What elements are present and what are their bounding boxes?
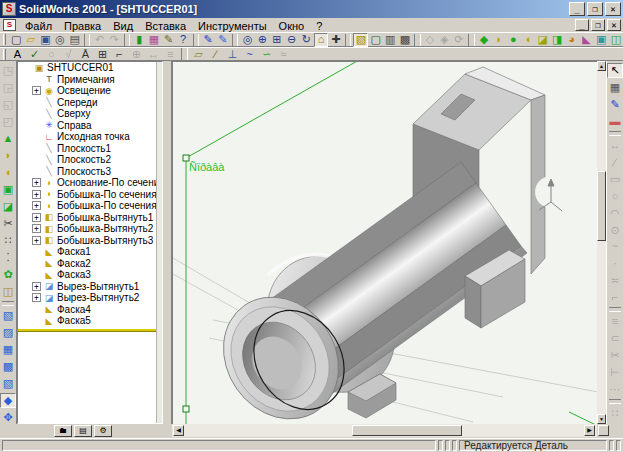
expand-icon[interactable]: +: [32, 236, 41, 245]
expand-icon[interactable]: +: [32, 178, 41, 187]
boss-feature-icon[interactable]: ▣: [0, 182, 16, 197]
expand-icon[interactable]: +: [32, 213, 41, 222]
print-icon[interactable]: ▤: [67, 33, 82, 47]
menu-file[interactable]: Файл: [19, 19, 58, 32]
scroll-left-icon[interactable]: ◀: [173, 425, 184, 436]
previous-view-icon[interactable]: ⌂: [314, 33, 329, 47]
property-manager-tab[interactable]: ▤: [74, 425, 92, 437]
zoom-fit-icon[interactable]: ◎: [240, 33, 255, 47]
new-icon[interactable]: ▢: [9, 33, 24, 47]
hidden-lines-removed-icon[interactable]: ▢: [368, 33, 383, 47]
zoom-out-icon[interactable]: ⊖: [284, 33, 299, 47]
graphics-viewport[interactable]: Ñïðàâà: [172, 61, 597, 424]
menu-window[interactable]: Окно: [273, 19, 311, 32]
tree-item[interactable]: +◪Вырез-Вытянуть2: [18, 292, 162, 304]
expand-icon[interactable]: +: [32, 282, 41, 291]
point-pattern-icon[interactable]: ⁚: [0, 250, 16, 265]
tree-item[interactable]: ╲Спереди: [18, 97, 162, 109]
tree-item[interactable]: +◪Вырез-Вытянуть1: [18, 281, 162, 293]
tree-item[interactable]: ◣Фаска3: [18, 269, 162, 281]
spelling-icon[interactable]: ✓: [26, 47, 43, 61]
axis-ref-icon[interactable]: ∕: [207, 47, 224, 61]
view-normal-icon[interactable]: ✥: [0, 410, 16, 425]
expand-icon[interactable]: +: [32, 86, 41, 95]
minimize-button[interactable]: _: [569, 2, 585, 16]
note-icon[interactable]: A: [9, 47, 26, 61]
lofted-boss-icon[interactable]: ◖: [521, 33, 536, 47]
extruded-cut-icon[interactable]: ◪: [535, 33, 550, 47]
mirror-feature-icon[interactable]: ◫: [609, 33, 623, 47]
expand-icon[interactable]: +: [32, 224, 41, 233]
helix-icon[interactable]: ∽: [258, 47, 275, 61]
geometric-tolerance-icon[interactable]: ⊞: [94, 47, 111, 61]
tree-item[interactable]: +◉Освещение: [18, 85, 162, 97]
weld-symbol-icon[interactable]: ⌐: [111, 47, 128, 61]
rotate-view-icon[interactable]: ↻: [299, 33, 314, 47]
doc-close-button[interactable]: ✕: [607, 19, 621, 31]
panel-splitter[interactable]: [163, 61, 172, 424]
tree-item[interactable]: ТПримечания: [18, 74, 162, 86]
tree-item[interactable]: ╲Плоскость2: [18, 154, 162, 166]
view-left-icon[interactable]: ▦: [0, 342, 16, 357]
menu-view[interactable]: Вид: [107, 19, 139, 32]
rollback-bar[interactable]: [18, 329, 162, 332]
menu-help[interactable]: ?: [310, 19, 328, 32]
fillet-icon[interactable]: ◕: [565, 33, 580, 47]
tree-item[interactable]: +◧Бобышка-Вытянуть2: [18, 223, 162, 235]
tree-item[interactable]: ◣Фаска2: [18, 258, 162, 270]
pan-icon[interactable]: ✚: [328, 33, 343, 47]
configuration-manager-tab[interactable]: ⚙: [94, 425, 112, 437]
view-top-icon[interactable]: ▧: [0, 376, 16, 391]
menu-edit[interactable]: Правка: [58, 19, 107, 32]
hidden-in-gray-icon[interactable]: ▥: [383, 33, 398, 47]
grid-icon[interactable]: ▦: [607, 80, 623, 95]
print-preview-icon[interactable]: ◎: [53, 33, 68, 47]
cut-feature-icon[interactable]: ◪: [0, 199, 16, 214]
datum-feature-icon[interactable]: Ā: [77, 47, 94, 61]
tree-item[interactable]: ╲Плоскость1: [18, 143, 162, 155]
doc-restore-button[interactable]: ❐: [591, 19, 605, 31]
circular-pattern-icon[interactable]: ✿: [0, 267, 16, 282]
menu-insert[interactable]: Вставка: [139, 19, 192, 32]
selection-filter-icon[interactable]: ▮: [132, 33, 147, 47]
tree-item[interactable]: +◧Бобышка-Вытянуть1: [18, 212, 162, 224]
tree-item[interactable]: +◗Основание-По сечениям: [18, 177, 162, 189]
viewport-hscrollbar[interactable]: ◀ ▶: [172, 424, 597, 437]
eraser-icon[interactable]: ▬: [607, 114, 623, 129]
view-isometric-icon[interactable]: ◆: [0, 393, 16, 408]
view-right-icon[interactable]: ▩: [0, 359, 16, 374]
doc-minimize-button[interactable]: _: [575, 19, 589, 31]
restore-button[interactable]: ❐: [587, 2, 603, 16]
expand-icon[interactable]: +: [32, 190, 41, 199]
menu-tools[interactable]: Инструменты: [192, 19, 273, 32]
wireframe-icon[interactable]: ▩: [398, 33, 413, 47]
revolved-cut-icon[interactable]: ◨: [550, 33, 565, 47]
tree-item[interactable]: +◧Бобышка-Вытянуть3: [18, 235, 162, 247]
sketch-tool-icon[interactable]: ✎: [607, 97, 623, 112]
edit-color-icon[interactable]: ▦: [147, 33, 162, 47]
expand-icon[interactable]: +: [32, 293, 41, 302]
shaded-icon[interactable]: ▧: [353, 33, 368, 47]
open-icon[interactable]: ▱: [24, 33, 39, 47]
rib-icon[interactable]: ◫: [0, 284, 16, 299]
plane-handle-bottom[interactable]: [183, 406, 189, 412]
save-icon[interactable]: ▣: [38, 33, 53, 47]
tree-item[interactable]: ◣Фаска4: [18, 304, 162, 316]
context-help-icon[interactable]: ?: [176, 33, 191, 47]
extruded-boss-icon[interactable]: ◆: [477, 33, 492, 47]
vscroll-thumb[interactable]: [597, 171, 606, 241]
revolve-feature-icon[interactable]: ◗: [0, 148, 16, 163]
tree-scrollbar[interactable]: [156, 62, 162, 423]
projected-curve-icon[interactable]: ~: [241, 47, 258, 61]
hscroll-thumb[interactable]: [352, 425, 462, 436]
coordinate-system-icon[interactable]: ⊥: [224, 47, 241, 61]
scroll-down-icon[interactable]: ▼: [597, 414, 606, 424]
tree-item[interactable]: ∟Исходная точка: [18, 131, 162, 143]
options-icon[interactable]: ✎: [161, 33, 176, 47]
tree-item[interactable]: ◣Фаска1: [18, 246, 162, 258]
viewport-vscrollbar[interactable]: ▲ ▼: [597, 61, 606, 424]
tree-root-item[interactable]: ▣SHTUCCER01: [18, 62, 162, 74]
chamfer-icon[interactable]: ◣: [579, 33, 594, 47]
tree-item[interactable]: +◗Бобышка-По сечениям5: [18, 200, 162, 212]
tree-item[interactable]: ◣Фаска5: [18, 315, 162, 327]
